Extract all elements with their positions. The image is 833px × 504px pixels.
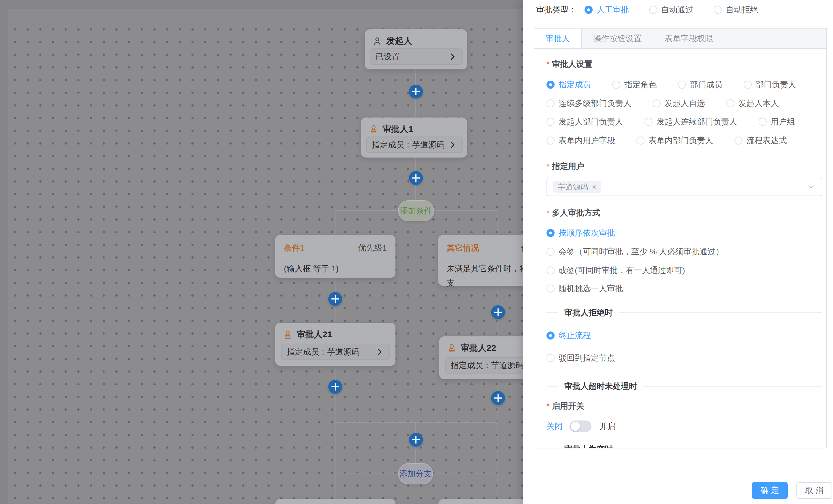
- confirm-button[interactable]: 确 定: [752, 482, 788, 499]
- radio-sequential[interactable]: 按顺序依次审批: [547, 228, 822, 238]
- approver-setting-label-row: 审批人设置: [547, 59, 822, 70]
- node-approver1-summary[interactable]: 指定成员：芋道源码: [366, 136, 462, 153]
- timeout-section-title: 审批人超时未处理时: [558, 381, 643, 392]
- radio-process-expression[interactable]: 流程表达式: [734, 135, 787, 146]
- multi-approve-label: 多人审批方式: [547, 207, 600, 218]
- radio-dot: [759, 118, 767, 126]
- tab-bar: 审批人 操作按钮设置 表单字段权限: [534, 28, 826, 49]
- selected-user-tag: 芋道源码 ×: [553, 181, 601, 193]
- approver-radio-row1: 指定成员 指定角色 部门成员 部门负责人: [547, 79, 822, 90]
- reject-section-divider: 审批人拒绝时: [547, 312, 822, 313]
- add-node-button[interactable]: [328, 380, 342, 394]
- stamp-icon: [368, 124, 378, 134]
- enable-switch-label-row: 启用开关: [547, 401, 822, 411]
- radio-initiator-self[interactable]: 发起人本人: [727, 98, 779, 109]
- radio-dot: [547, 136, 554, 145]
- enable-switch-label: 启用开关: [547, 401, 584, 411]
- assign-user-label-row: 指定用户: [547, 161, 822, 172]
- radio-label: 部门负责人: [756, 79, 796, 90]
- radio-dot: [644, 118, 652, 126]
- radio-auto-reject[interactable]: 自动拒绝: [714, 4, 758, 15]
- node-condition1[interactable]: 条件1 优先级1 (输入框 等于 1): [275, 235, 396, 278]
- radio-form-dept-leader[interactable]: 表单内部门负责人: [637, 135, 713, 146]
- approver-radio-row4: 表单内用户字段 表单内部门负责人 流程表达式: [547, 135, 822, 146]
- radio-dot: [727, 99, 734, 107]
- radio-dot: [649, 6, 657, 14]
- radio-label: 会签（可同时审批，至少 % 人必须审批通过）: [558, 246, 723, 257]
- radio-dot: [547, 248, 554, 256]
- radio-label: 发起人自选: [665, 98, 705, 109]
- node-title: 审批人22: [460, 342, 496, 354]
- radio-label: 部门成员: [690, 79, 722, 90]
- add-node-button[interactable]: [409, 433, 423, 447]
- radio-assign-member[interactable]: 指定成员: [547, 79, 591, 90]
- add-branch-button[interactable]: 添加分支: [398, 463, 433, 484]
- radio-dot: [547, 81, 554, 89]
- assign-user-label: 指定用户: [547, 161, 584, 172]
- add-condition-button[interactable]: 添加条件: [398, 200, 434, 221]
- radio-dot: [547, 284, 554, 293]
- radio-label: 人工审批: [597, 4, 629, 15]
- node-initiator-summary[interactable]: 已设置: [370, 48, 462, 65]
- add-node-button[interactable]: [409, 171, 423, 185]
- radio-manual-approval[interactable]: 人工审批: [585, 4, 629, 15]
- add-branch-label: 添加分支: [400, 468, 432, 479]
- radio-initiator-multi-dept-leader[interactable]: 发起人连续部门负责人: [644, 116, 737, 127]
- radio-dot: [734, 136, 742, 145]
- add-node-button[interactable]: [491, 305, 505, 319]
- radio-dot: [585, 6, 593, 14]
- radio-dot: [612, 81, 620, 89]
- radio-dept-member[interactable]: 部门成员: [678, 79, 722, 90]
- add-node-button[interactable]: [491, 391, 505, 405]
- radio-label: 发起人连续部门负责人: [657, 116, 737, 127]
- reject-section-title: 审批人拒绝时: [558, 307, 619, 318]
- radio-auto-pass[interactable]: 自动通过: [649, 4, 693, 15]
- radio-assign-role[interactable]: 指定角色: [612, 79, 657, 90]
- add-condition-label: 添加条件: [400, 205, 432, 216]
- radio-label: 或签(可同时审批，有一人通过即可): [558, 265, 685, 276]
- radio-initiator-select[interactable]: 发起人自选: [652, 98, 705, 109]
- radio-dot: [652, 99, 661, 107]
- radio-countersign[interactable]: 会签（可同时审批，至少 % 人必须审批通过）: [547, 246, 822, 257]
- node-approver21-summary[interactable]: 指定成员：芋道源码: [281, 344, 390, 360]
- tag-text: 芋道源码: [558, 182, 588, 192]
- enable-toggle[interactable]: [570, 421, 592, 432]
- radio-dot: [744, 81, 752, 89]
- radio-user-group[interactable]: 用户组: [759, 116, 795, 127]
- condition-expression: (输入框 等于 1): [275, 253, 396, 276]
- tag-remove-icon[interactable]: ×: [592, 183, 596, 191]
- user-icon: [373, 36, 382, 46]
- condition-title: 条件1: [284, 243, 305, 253]
- cancel-button[interactable]: 取 消: [796, 482, 832, 499]
- node-initiator[interactable]: 发起人 已设置: [365, 29, 467, 69]
- tab-form-field-permissions[interactable]: 表单字段权限: [653, 28, 724, 48]
- radio-dot: [547, 331, 554, 339]
- connector-line: [335, 422, 498, 423]
- radio-initiator-dept-leader[interactable]: 发起人部门负责人: [547, 116, 623, 127]
- add-node-button[interactable]: [409, 85, 423, 99]
- tab-action-buttons[interactable]: 操作按钮设置: [582, 28, 653, 48]
- node-summary-text: 指定成员：芋道源码: [451, 360, 523, 371]
- node-approver1[interactable]: 审批人1 指定成员：芋道源码: [361, 118, 467, 157]
- node-approver21[interactable]: 审批人21 指定成员：芋道源码: [275, 323, 396, 366]
- add-node-button[interactable]: [328, 292, 342, 306]
- radio-multi-level-dept-leader[interactable]: 连续多级部门负责人: [547, 98, 631, 109]
- timeout-section-divider: 审批人超时未处理时: [547, 386, 822, 386]
- radio-return-to-node[interactable]: 驳回到指定节点: [547, 353, 822, 363]
- canvas-left-edge: [0, 0, 8, 504]
- chevron-right-icon: [448, 141, 457, 149]
- tab-approver[interactable]: 审批人: [534, 28, 582, 48]
- assign-user-select[interactable]: 芋道源码 ×: [547, 178, 822, 196]
- radio-random-one[interactable]: 随机挑选一人审批: [547, 283, 822, 294]
- toggle-knob: [571, 422, 580, 431]
- radio-dept-leader[interactable]: 部门负责人: [744, 79, 796, 90]
- node-title: 审批人21: [296, 329, 332, 341]
- radio-label: 按顺序依次审批: [558, 228, 615, 238]
- node-parallel1[interactable]: 并行1 无优先级: [275, 499, 396, 504]
- radio-form-user-field[interactable]: 表单内用户字段: [547, 135, 615, 146]
- radio-terminate-process[interactable]: 终止流程: [547, 330, 822, 341]
- radio-dot: [547, 229, 554, 237]
- radio-orsign[interactable]: 或签(可同时审批，有一人通过即可): [547, 265, 822, 276]
- radio-label: 指定角色: [624, 79, 657, 90]
- config-tabs-card: 审批人 操作按钮设置 表单字段权限 审批人设置 指定成员 指定角色: [534, 28, 827, 448]
